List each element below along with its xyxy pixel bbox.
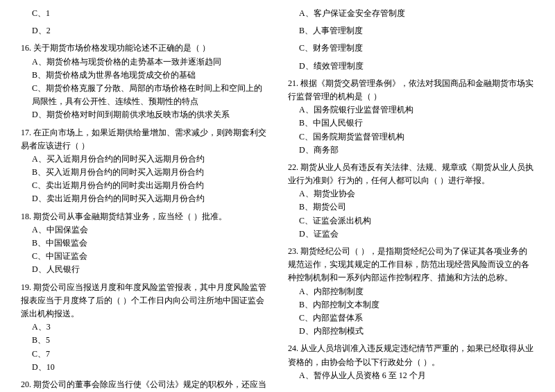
- question-20: 20. 期货公司的董事会除应当行使《公司法》规定的职权外，还应当审议并决定（ ）…: [21, 378, 267, 392]
- option-b-hr: B、人事管理制度: [288, 24, 534, 37]
- left-column: C、1 D、2 16. 关于期货市场价格发现功能论述不正确的是（ ） A、期货价…: [21, 7, 274, 392]
- question-19: 19. 期货公司应当报送月度和年度风险监管报表，其中月度风险监管报表应当于月度终…: [21, 281, 267, 374]
- two-column-layout: C、1 D、2 16. 关于期货市场价格发现功能论述不正确的是（ ） A、期货价…: [21, 7, 534, 392]
- option-a-safekeeping: A、客户保证金安全存管制度: [288, 7, 534, 20]
- question-24: 24. 从业人员培训准入违反规定违纪情节严重的，如果已经取得从业资格的，由协会给…: [288, 342, 534, 382]
- question-16: 16. 关于期货市场价格发现功能论述不正确的是（ ） A、期货价格与现货价格的走…: [21, 42, 267, 121]
- question-22: 22. 期货从业人员有违反有关法律、法规、规章或《期货从业人员执业行为准则》行为…: [288, 161, 534, 241]
- option-c-finance: C、财务管理制度: [288, 42, 534, 55]
- question-23: 23. 期货经纪公司（ ），是指期货经纪公司为了保证其各项业务的规范运作，实现其…: [288, 245, 534, 338]
- option-c1: C、1: [21, 7, 267, 20]
- right-column: A、客户保证金安全存管制度 B、人事管理制度 C、财务管理制度 D、绩效管理制度…: [281, 7, 534, 392]
- question-18: 18. 期货公司从事金融期货结算业务，应当经（ ）批准。 A、中国保监会 B、中…: [21, 210, 267, 277]
- option-d2: D、2: [21, 24, 267, 37]
- page-content: C、1 D、2 16. 关于期货市场价格发现功能论述不正确的是（ ） A、期货价…: [21, 7, 534, 392]
- question-21: 21. 根据《期货交易管理条例》，依法对我国商品和金融期货市场实行监督管理的机构…: [288, 77, 534, 157]
- question-17: 17. 在正向市场上，如果近期供给量增加、需求减少，则跨期套利交易者应该进行（ …: [21, 126, 267, 206]
- option-d-performance: D、绩效管理制度: [288, 60, 534, 73]
